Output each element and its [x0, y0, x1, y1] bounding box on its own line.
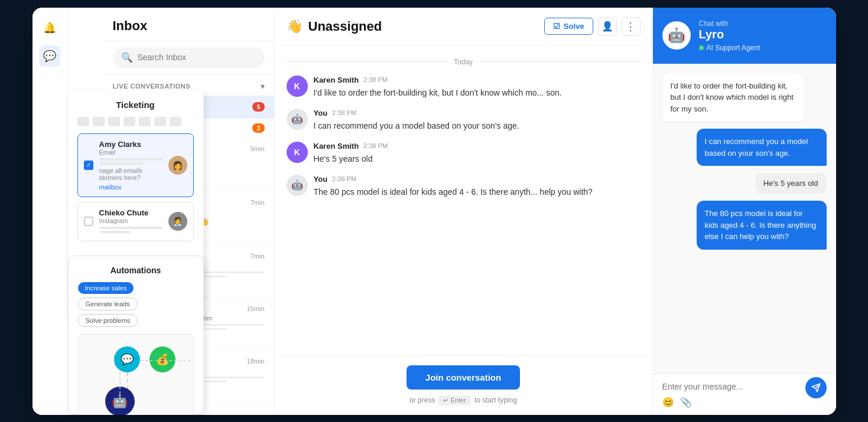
or-press-text: or press [409, 396, 435, 404]
attachment-icon[interactable]: 📎 [680, 397, 692, 408]
to-start-text: to start typing [474, 396, 517, 404]
diagram-money-icon: 💰 [149, 346, 175, 372]
section-item-en-badge: 3 [252, 123, 264, 133]
ticket-item-chieko[interactable]: Chieko Chute Instagram 🧑‍💼 [77, 202, 194, 241]
message-row-4: 🤖 You 2:38 PM The 80 pcs model is ideal … [287, 175, 641, 198]
msg-time-1: 2:38 PM [363, 76, 388, 83]
ticketing-toolbar [77, 117, 194, 126]
chat-time-1: 7min [251, 199, 265, 206]
msg-avatar-bot-1: 🤖 [287, 109, 308, 130]
solve-check-icon: ☑ [553, 22, 560, 31]
search-wrap[interactable]: 🔍 [113, 47, 265, 68]
ticket-line-3 [99, 227, 162, 229]
ticket-text-customers: stomers here? [99, 174, 162, 181]
avatar-amy: 👩 [168, 156, 187, 175]
msg-time-4: 2:38 PM [332, 175, 356, 182]
toolbar-icon-4[interactable] [123, 117, 135, 126]
more-options-icon: ⋮ [625, 20, 636, 33]
lyro-msg-plain-1: He's 5 years old [755, 173, 827, 194]
diagram-chat-icon: 💬 [114, 346, 140, 372]
toolbar-icon-7[interactable] [170, 117, 181, 126]
emoji-icon[interactable]: 😊 [662, 397, 674, 408]
toolbar-icon-1[interactable] [77, 117, 89, 126]
automations-diagram: 💬 🤖 💰 [78, 334, 194, 415]
chat-messages: Today K Karen Smith 2:38 PM I'd like to … [275, 46, 652, 355]
toolbar-icon-6[interactable] [154, 117, 166, 126]
msg-name-1: Karen Smith [314, 76, 359, 84]
more-options-btn[interactable]: ⋮ [622, 17, 641, 36]
date-divider: Today [287, 58, 641, 66]
lyro-msg-user-1: I'd like to order the fort-building kit,… [662, 73, 804, 122]
ticket-item-amy[interactable]: ✓ Amy Clarks Email nage all emails stome… [77, 133, 194, 197]
solve-label: Solve [564, 22, 584, 31]
collapse-icon[interactable]: ▾ [261, 81, 265, 91]
lyro-status-dot [699, 45, 704, 50]
msg-avatar-karen-2: K [287, 142, 308, 163]
ticket-text-mailbox[interactable]: mailbox [99, 184, 162, 191]
lyro-chat-with: Chat with [699, 19, 760, 28]
ticket-line-1 [99, 158, 162, 161]
ticket-name-chieko: Chieko Chute [99, 208, 162, 217]
search-icon: 🔍 [121, 52, 133, 63]
tag-generate-leads[interactable]: Generate leads [78, 297, 138, 310]
ticket-sub-amy: Email [99, 149, 162, 156]
msg-time-3: 2:38 PM [363, 142, 388, 149]
sidebar-icon-inbox[interactable]: 💬 [39, 45, 60, 67]
chat-header-title: Unassigned [308, 19, 382, 34]
tag-solve-problems[interactable]: Solve problems [78, 314, 138, 327]
lyro-status-text: AI Support Agent [707, 44, 760, 52]
join-conversation-button[interactable]: Join conversation [407, 365, 520, 390]
ticket-name-amy: Amy Clarks [99, 140, 162, 149]
ticket-text-manage: nage all emails [99, 167, 162, 174]
automations-tags: Increase sales Generate leads Solve prob… [78, 282, 194, 327]
checkbox-amy[interactable]: ✓ [84, 161, 93, 170]
tag-increase-sales[interactable]: Increase sales [78, 282, 134, 294]
enter-badge: ↵ Enter [438, 395, 470, 405]
msg-avatar-karen-1: K [287, 76, 308, 97]
lyro-name: Lyro [699, 28, 760, 41]
left-sidebar: 🔔 💬 [32, 8, 68, 415]
lyro-message-input[interactable] [662, 382, 827, 391]
ticketing-title: Ticketing [77, 100, 194, 110]
search-bar: 🔍 [103, 41, 274, 74]
msg-name-4: You [314, 175, 328, 184]
message-row-2: 🤖 You 2:38 PM I can recommend you a mode… [287, 109, 641, 132]
message-row-1: K Karen Smith 2:38 PM I'd like to order … [287, 76, 641, 99]
lyro-send-button[interactable] [805, 377, 827, 398]
lyro-panel: 🤖 Chat with Lyro AI Support Agent I'd li… [653, 8, 836, 415]
sidebar-icon-bell[interactable]: 🔔 [39, 17, 60, 38]
msg-text-2: I can recommend you a model based on you… [314, 120, 519, 132]
diagram-svg [79, 335, 193, 415]
lyro-header: 🤖 Chat with Lyro AI Support Agent [653, 8, 836, 64]
chat-time-0: 5min [251, 145, 265, 152]
search-input[interactable] [138, 53, 256, 62]
chat-header-actions: ☑ Solve 👤 ⋮ [544, 17, 641, 36]
lyro-msg-ai-2: The 80 pcs model is ideal for kids aged … [697, 201, 827, 250]
inbox-title: Inbox [113, 18, 148, 34]
msg-name-2: You [314, 109, 328, 117]
toolbar-icon-2[interactable] [93, 117, 105, 126]
live-conv-actions: ▾ [261, 81, 265, 91]
chat-footer: Join conversation or press ↵ Enter to st… [275, 355, 652, 415]
ticket-line-4 [99, 231, 131, 233]
msg-text-3: He's 5 years old [314, 153, 388, 165]
chat-time-3: 15min [247, 305, 265, 312]
lyro-msg-ai-1: I can recommend you a model based on you… [697, 129, 827, 166]
msg-content-3: Karen Smith 2:38 PM He's 5 years old [314, 142, 388, 165]
solve-button[interactable]: ☑ Solve [544, 18, 593, 35]
message-row-3: K Karen Smith 2:38 PM He's 5 years old [287, 142, 641, 165]
add-user-icon-btn[interactable]: 👤 [598, 17, 617, 36]
msg-text-1: I'd like to order the fort-building kit,… [314, 87, 562, 99]
avatar-chieko: 🧑‍💼 [168, 212, 187, 231]
add-user-icon: 👤 [602, 21, 613, 32]
ticket-info-chieko: Chieko Chute Instagram [99, 208, 162, 235]
diagram-robot-icon: 🤖 [105, 387, 135, 415]
chat-header: 👋 Unassigned ☑ Solve 👤 ⋮ [275, 8, 652, 46]
toolbar-icon-3[interactable] [108, 117, 120, 126]
inbox-header: Inbox [103, 8, 274, 41]
lyro-info: Chat with Lyro AI Support Agent [699, 19, 760, 52]
or-press-hint: or press ↵ Enter to start typing [287, 395, 641, 405]
lyro-messages: I'd like to order the fort-building kit,… [653, 64, 836, 374]
checkbox-chieko[interactable] [84, 217, 93, 226]
toolbar-icon-5[interactable] [139, 117, 151, 126]
